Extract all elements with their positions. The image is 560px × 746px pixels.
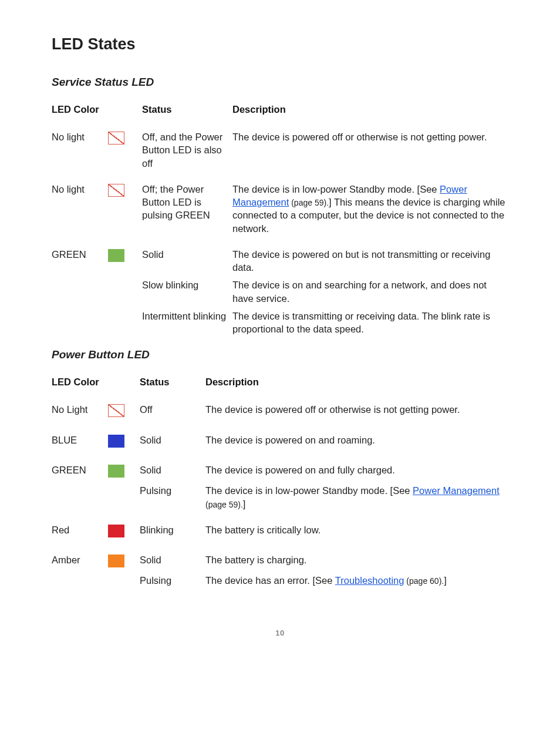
cell-status: Off, and the Power Button LED is also of… [142,130,232,170]
cell-color: Red [52,523,108,536]
col-header-description: Description [232,104,508,115]
cell-color: BLUE [52,434,108,446]
cell-status: Off; the Power Button LED is pulsing GRE… [142,183,232,222]
page-number: 10 [52,629,508,637]
cell-description: The device is powered off or otherwise i… [205,403,508,416]
swatch-no-light-icon [108,132,124,145]
cell-color: No light [52,183,108,196]
page-title: LED States [52,35,508,53]
col-header-status: Status [140,377,205,388]
cell-color: GREEN [52,248,108,261]
cell-status: Pulsing [140,574,205,587]
cell-description: The device is powered on and roaming. [205,434,508,446]
col-header-status: Status [142,104,232,115]
table-row: Amber Solid The battery is charging. [52,553,508,570]
cell-description: The device is powered on and fully charg… [205,463,508,476]
col-header-color: LED Color [52,104,108,115]
desc-text: ] [243,499,246,509]
cell-color: GREEN [52,463,108,476]
table-row: Pulsing The device has an error. [See Tr… [52,574,508,587]
cell-description: The device has an error. [See Troublesho… [205,574,508,587]
cell-description: The device is transmitting or receiving … [232,310,508,336]
swatch-blue-icon [108,435,124,448]
page-ref: (page 60). [404,576,444,586]
table-row: Slow blinking The device is on and searc… [52,278,508,305]
table-power-button: LED Color Status Description No Light Of… [52,377,508,587]
cell-status: Blinking [140,523,205,536]
desc-text: ] [444,575,447,586]
table-row: Red Blinking The battery is critically l… [52,523,508,540]
desc-text: The device is in low-power Standby mode.… [205,485,413,496]
desc-text: The device has an error. [See [205,575,335,586]
cell-status: Solid [142,248,232,261]
cell-description: The device is in low-power Standby mode.… [232,183,508,235]
cell-status: Solid [140,463,205,476]
swatch-red-icon [108,525,124,537]
table-row: No light Off, and the Power Button LED i… [52,130,508,170]
cell-color: Amber [52,553,108,566]
link-power-management[interactable]: Power Management [413,485,500,496]
page-ref: (page 59). [289,198,329,207]
col-header-description: Description [205,377,508,388]
cell-color: No Light [52,403,108,416]
link-troubleshooting[interactable]: Troubleshooting [335,575,404,586]
col-header-color: LED Color [52,377,108,388]
swatch-green-icon [108,465,124,478]
table-header: LED Color Status Description [52,377,508,388]
swatch-amber-icon [108,555,124,567]
cell-status: Intermittent blinking [142,310,232,322]
swatch-no-light-icon [108,184,124,197]
table-row: Intermittent blinking The device is tran… [52,310,508,336]
table-row: Pulsing The device is in low-power Stand… [52,484,508,510]
table-row: BLUE Solid The device is powered on and … [52,434,508,451]
cell-description: The battery is charging. [205,553,508,566]
cell-description: The device is in low-power Standby mode.… [205,484,508,510]
table-row: No Light Off The device is powered off o… [52,403,508,420]
table-row: No light Off; the Power Button LED is pu… [52,183,508,235]
cell-status: Pulsing [140,484,205,497]
cell-description: The device is powered off or otherwise i… [232,130,508,143]
swatch-no-light-icon [108,404,124,417]
page-ref: (page 59). [205,500,243,509]
cell-color: No light [52,130,108,143]
table-row: GREEN Solid The device is powered on but… [52,248,508,274]
table-header: LED Color Status Description [52,104,508,115]
cell-description: The battery is critically low. [205,523,508,536]
table-row: GREEN Solid The device is powered on and… [52,463,508,480]
cell-status: Solid [140,434,205,446]
section-heading-service-status: Service Status LED [52,76,508,89]
cell-status: Solid [140,553,205,566]
cell-status: Slow blinking [142,278,232,291]
swatch-green-icon [108,249,124,262]
section-heading-power-button: Power Button LED [52,348,508,361]
table-service-status: LED Color Status Description No light Of… [52,104,508,335]
cell-status: Off [140,403,205,416]
cell-description: The device is on and searching for a net… [232,278,508,305]
cell-description: The device is powered on but is not tran… [232,248,508,274]
desc-text: The device is in low-power Standby mode.… [232,184,440,194]
